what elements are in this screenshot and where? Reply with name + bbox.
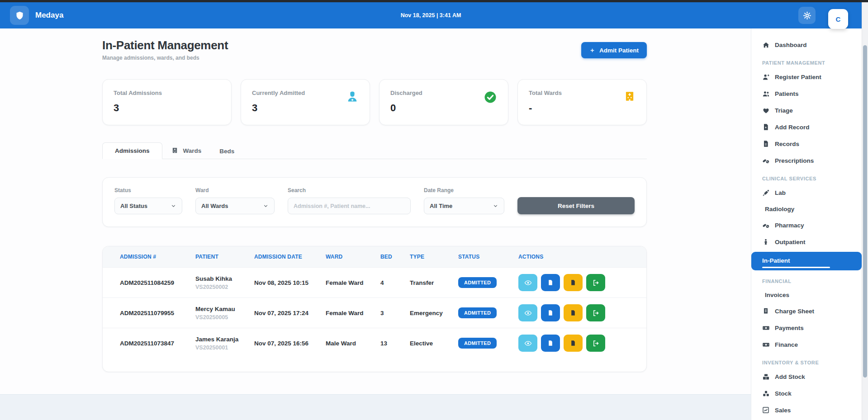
filter-label: Status — [114, 187, 182, 193]
admit-patient-button[interactable]: Admit Patient — [581, 42, 647, 58]
pills-icon — [762, 222, 770, 229]
chevron-down-icon — [263, 203, 269, 209]
right-sidebar-nav: Dashboard PATIENT MANAGEMENT Register Pa… — [751, 28, 862, 420]
discharge-button[interactable] — [586, 304, 605, 321]
sidebar-item-add-stock[interactable]: Add Stock — [758, 368, 856, 385]
stat-value: 3 — [252, 102, 359, 114]
row-actions — [518, 274, 644, 291]
hospital-icon — [624, 90, 636, 102]
status-badge: ADMITTED — [458, 277, 497, 288]
gear-icon — [803, 11, 811, 20]
type-cell: Transfer — [410, 268, 458, 298]
sidebar-item-triage[interactable]: Triage — [758, 102, 856, 119]
heart-icon — [762, 107, 770, 114]
sidebar-item-prescriptions[interactable]: Prescriptions — [758, 152, 856, 169]
main-content-area: In-Patient Management Manage admissions,… — [0, 28, 751, 420]
search-input[interactable] — [294, 203, 405, 209]
sidebar-section-clinical-services: CLINICAL SERVICES — [758, 169, 856, 184]
discharge-button[interactable] — [586, 274, 605, 291]
view-admission-button[interactable] — [518, 335, 537, 352]
view-admission-button[interactable] — [518, 304, 537, 321]
eye-icon — [524, 340, 532, 347]
invoice-button[interactable] — [541, 304, 560, 321]
sidebar-item-charge-sheet[interactable]: Charge Sheet — [758, 303, 856, 320]
receipt-icon — [762, 307, 770, 315]
charge-sheet-button[interactable] — [564, 304, 583, 321]
page-title: In-Patient Management — [102, 38, 228, 52]
sidebar-item-add-record[interactable]: Add Record — [758, 119, 856, 136]
charge-sheet-button[interactable] — [564, 335, 583, 352]
invoice-button[interactable] — [541, 335, 560, 352]
column-header: ADMISSION DATE — [254, 246, 326, 268]
sidebar-item-records[interactable]: Records — [758, 136, 856, 152]
admission-date: Nov 07, 2025 16:56 — [254, 328, 326, 359]
stat-label: Total Wards — [529, 90, 636, 96]
sidebar-item-finance[interactable]: Finance — [758, 336, 856, 353]
stat-card-discharged: Discharged 0 — [379, 79, 508, 125]
sidebar-item-sales[interactable]: Sales — [758, 402, 856, 419]
ward-select[interactable]: All Wards — [195, 198, 275, 214]
column-header: PATIENT — [195, 246, 254, 268]
date-range-select[interactable]: All Time — [424, 198, 504, 214]
sidebar-item-radiology[interactable]: Radiology — [758, 201, 856, 217]
stat-card-total-wards: Total Wards - — [517, 79, 647, 125]
filter-ward: Ward All Wards — [195, 187, 275, 214]
stat-label: Total Admissions — [114, 90, 220, 96]
sidebar-item-outpatient[interactable]: Outpatient — [758, 234, 856, 250]
settings-button[interactable] — [798, 7, 816, 24]
top-header-bar: Medaya Nov 18, 2025 | 3:41 AM C — [0, 2, 862, 28]
column-header: STATUS — [458, 246, 518, 268]
tab-beds[interactable]: Beds — [210, 143, 243, 159]
file-icon — [570, 279, 576, 286]
stat-value: 3 — [114, 102, 220, 114]
money-icon — [762, 341, 770, 349]
filter-label: Ward — [195, 187, 275, 193]
filter-label: Search — [288, 187, 411, 193]
reset-filters-button[interactable]: Reset Filters — [517, 197, 635, 214]
tab-admissions[interactable]: Admissions — [102, 142, 162, 159]
patient-cell: Susab Kihka VS20250002 — [195, 268, 254, 298]
table-row: ADM202511073847 James Karanja VS20250001… — [103, 328, 646, 359]
sidebar-section-inventory-store: INVENTORY & STORE — [758, 353, 856, 368]
sidebar-item-register-patient[interactable]: Register Patient — [758, 69, 856, 85]
brand: Medaya — [10, 6, 63, 25]
page-scrollbar[interactable] — [862, 2, 868, 420]
charge-sheet-button[interactable] — [564, 274, 583, 291]
tab-wards[interactable]: Wards — [162, 142, 211, 159]
sidebar-item-dashboard[interactable]: Dashboard — [758, 37, 856, 53]
sign-out-icon — [593, 340, 599, 347]
stat-card-currently-admitted: Currently Admitted 3 — [241, 79, 370, 125]
column-header: ADMISSION # — [103, 246, 195, 268]
sidebar-item-in-patient[interactable]: In-Patient — [751, 252, 862, 270]
person-icon — [762, 238, 770, 246]
file-plus-icon — [547, 310, 554, 316]
user-plus-icon — [762, 73, 770, 81]
patient-id: VS20250005 — [195, 314, 251, 321]
patient-id: VS20250002 — [195, 284, 251, 290]
page-subtitle: Manage admissions, wards, and beds — [102, 55, 228, 61]
file-icon — [570, 310, 576, 316]
sign-out-icon — [593, 279, 599, 286]
file-plus-icon — [762, 123, 770, 131]
sidebar-item-patients[interactable]: Patients — [758, 85, 856, 102]
admission-number: ADM202511084259 — [103, 268, 195, 298]
discharge-button[interactable] — [586, 335, 605, 352]
stat-value: 0 — [390, 102, 497, 114]
sidebar-item-stock[interactable]: Stock — [758, 385, 856, 402]
invoice-button[interactable] — [541, 274, 560, 291]
pills-icon — [762, 157, 770, 165]
user-avatar[interactable]: C — [828, 9, 848, 29]
sidebar-item-lab[interactable]: Lab — [758, 184, 856, 201]
tab-bar: Admissions Wards Beds — [102, 142, 647, 159]
patient-name: Susab Kihka — [195, 275, 251, 282]
patient-cell: Mercy Kamau VS20250005 — [195, 298, 254, 328]
sidebar-item-payments[interactable]: Payments — [758, 320, 856, 336]
money-icon — [762, 324, 770, 332]
column-header: WARD — [326, 246, 380, 268]
view-admission-button[interactable] — [518, 274, 537, 291]
doctor-icon — [346, 90, 359, 103]
scrollbar-thumb[interactable] — [863, 45, 867, 378]
status-select[interactable]: All Status — [114, 198, 182, 214]
sidebar-item-invoices[interactable]: Invoices — [758, 287, 856, 303]
sidebar-item-pharmacy[interactable]: Pharmacy — [758, 217, 856, 234]
